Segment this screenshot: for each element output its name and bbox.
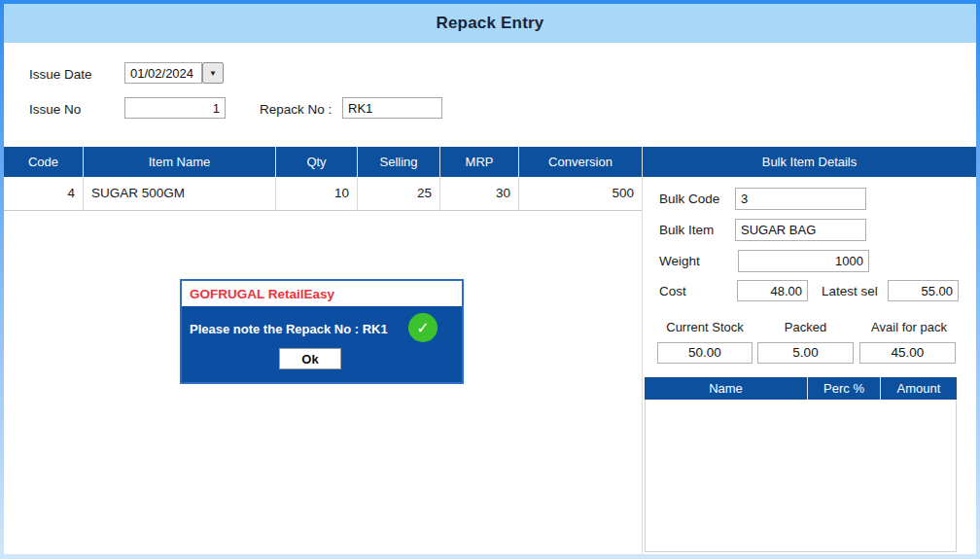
column-header-amount: Amount: [881, 377, 957, 400]
packed-label: Packed: [757, 320, 854, 334]
ok-button[interactable]: Ok: [279, 348, 341, 369]
bulk-item-input[interactable]: [735, 219, 866, 241]
column-header-name: Name: [645, 377, 808, 400]
bulk-item-label: Bulk Item: [659, 223, 714, 237]
window-titlebar: Repack Entry: [4, 4, 976, 43]
message-dialog: GOFRUGAL RetailEasy Please note the Repa…: [180, 279, 464, 384]
window-content: Repack Entry Issue Date ▼ Issue No Repac…: [4, 4, 976, 554]
bulk-code-label: Bulk Code: [659, 192, 719, 206]
issue-date-dropdown-button[interactable]: ▼: [202, 62, 224, 84]
bulk-code-input[interactable]: [735, 188, 866, 210]
row-cell-selling: 25: [358, 177, 440, 210]
row-cell-qty: 10: [276, 177, 358, 210]
page-title: Repack Entry: [436, 14, 543, 33]
issue-no-input[interactable]: [124, 97, 226, 119]
dialog-body: Please note the Repack No : RK1 ✓ Ok: [182, 306, 462, 382]
issue-date-input[interactable]: [124, 62, 202, 84]
dialog-message: Please note the Repack No : RK1: [190, 322, 388, 336]
column-header-selling: Selling: [358, 147, 440, 177]
bulk-item-details-panel: Bulk Item Details Bulk Code Bulk Item We…: [642, 147, 976, 554]
cost-input[interactable]: [737, 280, 808, 301]
dropdown-arrow-icon: ▼: [209, 69, 217, 78]
column-header-conversion: Conversion: [519, 147, 642, 177]
column-header-code: Code: [4, 147, 84, 177]
column-header-perc: Perc %: [808, 377, 881, 400]
issue-no-label: Issue No: [29, 101, 81, 118]
avail-for-pack-label: Avail for pack: [859, 320, 959, 334]
current-stock-label: Current Stock: [657, 320, 752, 334]
bulk-panel-title: Bulk Item Details: [762, 155, 858, 169]
row-cell-mrp: 30: [440, 177, 519, 210]
column-header-item-name: Item Name: [84, 147, 276, 177]
repack-no-input[interactable]: [342, 97, 442, 119]
current-stock-value: 50.00: [657, 342, 752, 364]
charges-table-body: [645, 400, 957, 552]
repack-no-label: Repack No :: [260, 101, 332, 118]
dialog-titlebar: GOFRUGAL RetailEasy: [182, 281, 462, 306]
cost-label: Cost: [659, 284, 686, 298]
dialog-title: GOFRUGAL RetailEasy: [190, 287, 334, 301]
check-icon: ✓: [416, 319, 429, 337]
issue-date-label: Issue Date: [29, 66, 92, 83]
charges-table-header: Name Perc % Amount: [645, 377, 957, 400]
weight-input[interactable]: [738, 250, 869, 272]
latest-sel-input[interactable]: [888, 280, 959, 301]
weight-label: Weight: [659, 254, 700, 268]
bulk-panel-header: Bulk Item Details: [643, 147, 976, 177]
check-circle-icon: ✓: [408, 313, 438, 342]
table-row[interactable]: 4 SUGAR 500GM 10 25 30 500: [4, 177, 642, 211]
column-header-mrp: MRP: [440, 147, 519, 177]
column-header-qty: Qty: [276, 147, 358, 177]
charges-table: Name Perc % Amount: [645, 377, 957, 552]
items-table-header: Code Item Name Qty Selling MRP Conversio…: [4, 147, 642, 177]
repack-entry-window: Repack Entry Issue Date ▼ Issue No Repac…: [0, 0, 980, 559]
row-cell-code: 4: [4, 177, 84, 210]
row-cell-item-name: SUGAR 500GM: [84, 177, 276, 210]
packed-value: 5.00: [757, 342, 854, 364]
avail-for-pack-value: 45.00: [859, 342, 956, 364]
row-cell-conversion: 500: [519, 177, 642, 210]
latest-sel-label: Latest sel: [822, 284, 878, 298]
